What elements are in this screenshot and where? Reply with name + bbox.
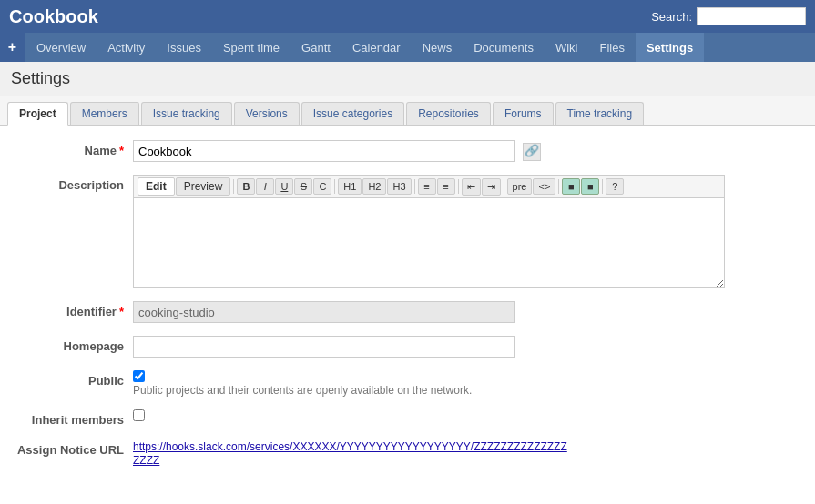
identifier-input[interactable]: [133, 301, 515, 323]
editor-img-button[interactable]: ■: [562, 178, 580, 195]
editor-code-button[interactable]: C: [313, 178, 331, 195]
sep4: [458, 179, 459, 194]
page-header: Settings: [0, 62, 815, 96]
homepage-row: Homepage: [15, 336, 800, 358]
tab-versions[interactable]: Versions: [234, 102, 300, 125]
tab-project[interactable]: Project: [7, 102, 68, 126]
public-checkbox[interactable]: [133, 370, 145, 382]
search-area: Search:: [651, 7, 806, 25]
nav-item-calendar[interactable]: Calendar: [341, 33, 412, 62]
editor-toolbar: Edit Preview B I U S C H1 H2 H3 ≡ ≡ ⇤ ⇥ …: [133, 175, 725, 197]
editor-h1-button[interactable]: H1: [338, 178, 362, 195]
sep1: [233, 179, 234, 194]
sep3: [414, 179, 415, 194]
description-editor: Edit Preview B I U S C H1 H2 H3 ≡ ≡ ⇤ ⇥ …: [133, 175, 725, 288]
sep2: [334, 179, 335, 194]
tab-issue-tracking[interactable]: Issue tracking: [141, 102, 232, 125]
nav-item-overview[interactable]: Overview: [25, 33, 97, 62]
settings-tabs: Project Members Issue tracking Versions …: [0, 96, 815, 126]
tab-repositories[interactable]: Repositories: [406, 102, 491, 125]
assign-notice-url: https://hooks.slack.com/services/XXXXXX/…: [133, 440, 567, 467]
search-label: Search:: [651, 10, 692, 24]
app-title: Cookbook: [9, 6, 98, 27]
search-input[interactable]: [697, 7, 806, 25]
editor-align-right-button[interactable]: ⇥: [482, 178, 501, 196]
public-row: Public Public projects and their content…: [15, 370, 800, 397]
name-label: Name*: [15, 140, 133, 157]
public-field-container: Public projects and their contents are o…: [133, 370, 570, 397]
nav-plus-button[interactable]: +: [0, 33, 25, 62]
assign-notice-label: Assign Notice URL: [15, 439, 133, 457]
public-help-text: Public projects and their contents are o…: [133, 384, 570, 397]
editor-align-left-button[interactable]: ⇤: [462, 178, 481, 196]
editor-ol-button[interactable]: ≡: [437, 178, 455, 195]
homepage-label: Homepage: [15, 336, 133, 353]
editor-pre-button[interactable]: pre: [507, 178, 533, 195]
identifier-field-container: [133, 301, 570, 323]
page-title: Settings: [11, 69, 804, 88]
inherit-members-field-container: [133, 409, 570, 424]
identifier-required-star: *: [119, 305, 124, 318]
main-nav: + Overview Activity Issues Spent time Ga…: [0, 33, 815, 62]
editor-strike-button[interactable]: S: [294, 178, 312, 195]
editor-tab-preview[interactable]: Preview: [176, 177, 231, 196]
editor-h2-button[interactable]: H2: [362, 178, 386, 195]
nav-item-spent-time[interactable]: Spent time: [212, 33, 290, 62]
editor-help-button[interactable]: ?: [606, 178, 624, 195]
sep5: [504, 179, 504, 194]
homepage-input[interactable]: [133, 336, 515, 358]
editor-ul-button[interactable]: ≡: [418, 178, 436, 195]
name-row: Name* 🔗: [15, 140, 800, 162]
editor-underline-button[interactable]: U: [275, 178, 293, 195]
settings-content: Name* 🔗 Description Edit Preview B I U S…: [0, 126, 815, 494]
nav-item-wiki[interactable]: Wiki: [545, 33, 589, 62]
nav-item-activity[interactable]: Activity: [97, 33, 156, 62]
name-icon-button[interactable]: 🔗: [523, 143, 541, 161]
sep7: [602, 179, 603, 194]
description-textarea[interactable]: [133, 197, 725, 288]
tab-time-tracking[interactable]: Time tracking: [555, 102, 645, 125]
description-row: Description Edit Preview B I U S C H1 H2…: [15, 175, 800, 288]
editor-media-button[interactable]: ■: [581, 178, 599, 195]
inherit-members-row: Inherit members: [15, 409, 800, 427]
nav-item-gantt[interactable]: Gantt: [290, 33, 341, 62]
public-checkbox-row: [133, 370, 570, 382]
tab-members[interactable]: Members: [70, 102, 139, 125]
editor-tab-edit[interactable]: Edit: [138, 177, 175, 196]
sep6: [558, 179, 559, 194]
public-label: Public: [15, 370, 133, 388]
nav-item-files[interactable]: Files: [588, 33, 635, 62]
inherit-members-checkbox[interactable]: [133, 409, 145, 421]
homepage-field-container: [133, 336, 570, 358]
assign-notice-row: Assign Notice URL https://hooks.slack.co…: [15, 439, 800, 467]
tab-forums[interactable]: Forums: [493, 102, 554, 125]
identifier-label: Identifier*: [15, 301, 133, 318]
editor-italic-button[interactable]: I: [256, 178, 274, 195]
header: Cookbook Search:: [0, 0, 815, 33]
nav-item-documents[interactable]: Documents: [463, 33, 545, 62]
name-field-container: 🔗: [133, 140, 570, 162]
name-required-star: *: [119, 144, 124, 157]
nav-item-news[interactable]: News: [412, 33, 464, 62]
inherit-members-label: Inherit members: [15, 409, 133, 427]
editor-bold-button[interactable]: B: [237, 178, 255, 195]
tab-issue-categories[interactable]: Issue categories: [301, 102, 404, 125]
identifier-row: Identifier*: [15, 301, 800, 323]
editor-code2-button[interactable]: <>: [533, 178, 555, 195]
editor-h3-button[interactable]: H3: [387, 178, 411, 195]
assign-notice-field-container: https://hooks.slack.com/services/XXXXXX/…: [133, 439, 570, 467]
description-label: Description: [15, 175, 133, 192]
nav-item-settings[interactable]: Settings: [636, 33, 704, 62]
nav-item-issues[interactable]: Issues: [156, 33, 212, 62]
name-input[interactable]: [133, 140, 515, 162]
